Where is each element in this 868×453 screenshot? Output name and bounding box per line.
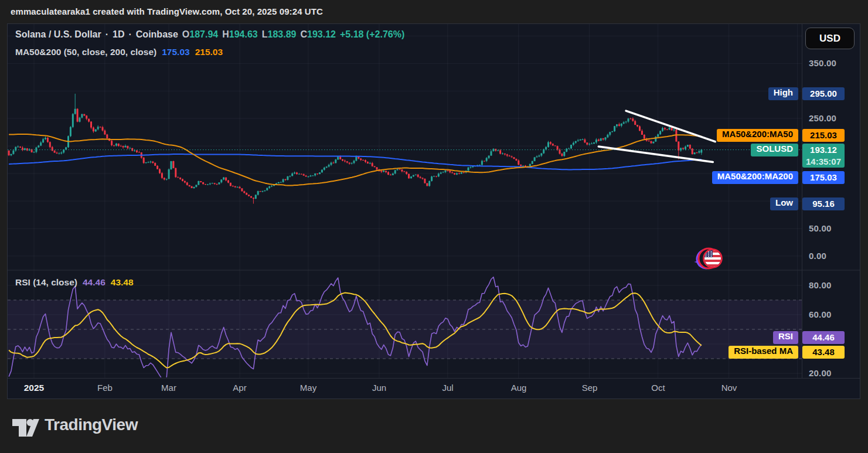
price-badge-label-solusd: SOLUSD	[751, 144, 798, 156]
price-badge-value-solusd: 193.1214:35:07	[802, 144, 845, 168]
rsi-ma-legend-value: 43.48	[111, 277, 134, 288]
badge-price: 215.03	[810, 130, 837, 140]
attribution-text: emmaculatearaka1 created with TradingVie…	[11, 6, 323, 16]
badge-price: 175.03	[810, 172, 837, 182]
price-badge-label-low: Low	[770, 197, 798, 210]
rsi-badge-value-rsi_ma: 43.48	[802, 346, 845, 359]
rsi-axis-label-20.00: 20.00	[809, 368, 858, 379]
price-badge-ma50: MA50&200:MA50215.03	[0, 129, 845, 142]
bar-countdown: 14:35:07	[802, 155, 845, 168]
price-badge-low: Low95.16	[0, 197, 845, 210]
time-axis-label-2025[interactable]: 2025	[15, 383, 53, 394]
price-badge-ma200: MA50&200:MA200175.03	[0, 171, 845, 184]
rsi-badge-label-rsi: RSI	[773, 331, 798, 344]
ma-legend-title[interactable]: MA50&200 (50, close, 200, close)	[15, 47, 156, 57]
rsi-axis-label-80.00: 80.00	[809, 280, 858, 291]
ohlc-high: H194.63	[222, 29, 258, 40]
tradingview-chart-screenshot: emmaculatearaka1 created with TradingVie…	[0, 0, 868, 453]
currency-usd-button[interactable]: USD	[805, 28, 855, 49]
price-badge-high: High295.00	[0, 87, 845, 100]
price-badge-value-high: 295.00	[802, 87, 845, 100]
legend-separator: ·	[128, 29, 131, 40]
tradingview-logo-icon[interactable]	[12, 418, 40, 438]
time-axis-label-Jul[interactable]: Jul	[429, 383, 467, 394]
symbol-legend[interactable]: Solana / U.S. Dollar · 1D · Coinbase O18…	[15, 29, 404, 40]
price-axis-label-50.00: 50.00	[809, 223, 858, 234]
price-badge-value-low: 95.16	[802, 197, 845, 210]
ohlc-low: L183.89	[262, 29, 297, 40]
badge-price: 193.12	[810, 145, 837, 155]
ma-legend[interactable]: MA50&200 (50, close, 200, close) 175.03 …	[15, 47, 223, 57]
time-axis-label-Aug[interactable]: Aug	[500, 383, 537, 394]
time-axis-label-Apr[interactable]: Apr	[221, 383, 258, 394]
ma50-legend-value: 215.03	[195, 47, 223, 57]
price-axis-label-350.00: 350.00	[809, 58, 858, 69]
tradingview-brand-text[interactable]: TradingView	[45, 415, 138, 434]
time-axis-label-Mar[interactable]: Mar	[150, 383, 188, 394]
interval-label[interactable]: 1D	[113, 29, 124, 40]
ohlc-close: C193.12	[300, 29, 336, 40]
legend-separator: ·	[105, 29, 108, 40]
rsi-axis-label-60.00: 60.00	[809, 309, 858, 320]
ohlc-open: O187.94	[182, 29, 218, 40]
symbol-title[interactable]: Solana / U.S. Dollar	[15, 29, 101, 40]
rsi-legend-title[interactable]: RSI (14, close)	[15, 277, 77, 288]
time-axis-label-Jun[interactable]: Jun	[360, 383, 398, 394]
us-flag-reaction-icon	[694, 248, 721, 268]
price-badge-solusd: SOLUSD193.1214:35:07	[0, 144, 845, 168]
price-change: +5.18 (+2.76%)	[340, 29, 404, 40]
rsi-badge-label-rsi_ma: RSI-based MA	[729, 346, 798, 359]
time-axis-label-Nov[interactable]: Nov	[710, 383, 748, 394]
price-badge-label-ma200: MA50&200:MA200	[712, 171, 798, 184]
exchange-label: Coinbase	[136, 29, 178, 40]
time-axis-label-Sep[interactable]: Sep	[571, 383, 608, 394]
badge-price: 295.00	[810, 88, 837, 98]
rsi-legend-value: 44.46	[83, 277, 105, 288]
price-axis-label-250.00: 250.00	[809, 113, 858, 124]
time-axis-label-Feb[interactable]: Feb	[86, 383, 124, 394]
time-axis-label-May[interactable]: May	[290, 383, 327, 394]
price-badge-value-ma50: 215.03	[802, 129, 845, 142]
ma200-legend-value: 175.03	[162, 47, 189, 57]
badge-price: 95.16	[812, 199, 835, 209]
rsi-badge-rsi_ma: RSI-based MA43.48	[0, 346, 845, 359]
price-badge-value-ma200: 175.03	[802, 171, 845, 184]
time-axis-label-Oct[interactable]: Oct	[639, 383, 677, 394]
price-badge-label-ma50: MA50&200:MA50	[717, 129, 798, 142]
price-badge-label-high: High	[768, 87, 798, 100]
rsi-legend[interactable]: RSI (14, close) 44.46 43.48	[15, 277, 134, 288]
rsi-badge-rsi: RSI44.46	[0, 331, 845, 344]
rsi-badge-value-rsi: 44.46	[802, 331, 845, 344]
price-axis-label-0.00: 0.00	[809, 251, 858, 261]
